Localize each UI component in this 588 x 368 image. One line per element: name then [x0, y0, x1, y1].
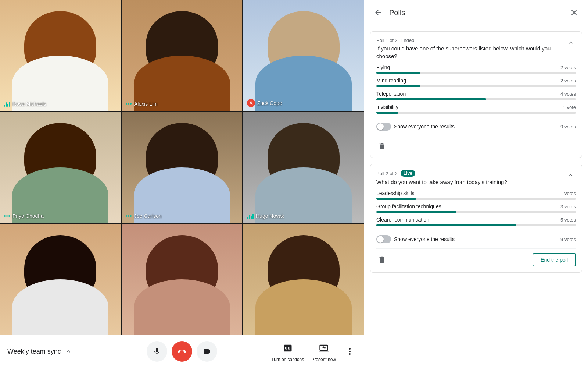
toggle-knob-1 [377, 123, 384, 130]
bar-track-teleportation [376, 98, 576, 100]
right-controls: Turn on captions Present now [271, 341, 356, 362]
participant-label-priya: Priya Chadha [4, 213, 44, 219]
video-grid: Rosa Michaels Alexis Lim [0, 0, 364, 335]
bar-track-flying [376, 72, 576, 74]
poll-1-meta: Poll 1 of 2 Ended [376, 38, 566, 43]
poll-option-communication: Clearer communication 5 votes [376, 217, 576, 226]
poll-option-mindreading: Mind reading 2 votes [376, 78, 576, 87]
close-polls-button[interactable] [567, 6, 581, 19]
video-cell-b3 [243, 224, 364, 335]
poll-2-show-results-row: Show everyone the results 9 votes [376, 231, 576, 243]
participant-name-rosa: Rosa Michaels [12, 101, 46, 107]
option-label-mindreading: Mind reading [376, 78, 406, 84]
chevron-up-icon[interactable] [65, 348, 72, 355]
poll-2-status: Live [401, 170, 415, 177]
captions-button[interactable]: Turn on captions [271, 341, 304, 362]
poll-2-footer: End the poll [376, 248, 576, 266]
option-label-flying: Flying [376, 64, 390, 70]
present-button[interactable]: Present now [311, 341, 336, 362]
bar-fill-leadership [376, 198, 416, 200]
present-label: Present now [311, 357, 336, 362]
participant-name-alexis: Alexis Lim [134, 101, 158, 107]
camera-button[interactable] [197, 341, 217, 362]
option-votes-invisibility: 1 vote [563, 105, 576, 110]
poll-1-collapse-button[interactable] [566, 38, 576, 49]
svg-point-9 [349, 348, 351, 350]
bar-track-facilitation [376, 211, 576, 213]
polls-panel: Polls Poll 1 of 2 Ended If you could hav… [364, 0, 588, 368]
poll-option-invisibility: Invisibility 1 vote [376, 104, 576, 114]
participant-label-hugo: Hugo Novak [247, 213, 284, 219]
participant-label-zack: Zack Cope [247, 99, 282, 107]
option-label-leadership: Leadership skills [376, 190, 415, 196]
video-cell-alexis: Alexis Lim [122, 0, 242, 111]
bar-fill-teleportation [376, 98, 486, 100]
participant-name-zack: Zack Cope [257, 100, 282, 106]
back-button[interactable] [372, 6, 385, 19]
mic-dots-icon-alexis [125, 100, 132, 107]
delete-poll-2-button[interactable] [376, 254, 387, 265]
poll-1-total-votes: 9 votes [560, 124, 576, 130]
video-cell-joe: Joe Carlson [122, 112, 242, 223]
polls-header: Polls [364, 0, 588, 25]
poll-1-show-results-row: Show everyone the results 9 votes [376, 119, 576, 131]
video-area: Rosa Michaels Alexis Lim [0, 0, 364, 368]
video-cell-b2 [122, 224, 242, 335]
option-votes-facilitation: 3 votes [560, 204, 576, 209]
participant-label-joe: Joe Carlson [125, 213, 162, 219]
svg-point-0 [126, 103, 127, 105]
mic-active-icon-rosa [4, 100, 10, 107]
poll-2-meta: Poll 2 of 2 Live [376, 170, 566, 177]
show-results-toggle-1[interactable] [376, 123, 391, 131]
bar-track-mindreading [376, 85, 576, 87]
more-options-button[interactable] [343, 345, 356, 358]
poll-2-question: What do you want to take away from today… [376, 178, 561, 186]
mic-dots-icon-joe [125, 213, 132, 219]
polls-content: Poll 1 of 2 Ended If you could have one … [364, 25, 588, 368]
participant-name-joe: Joe Carlson [134, 213, 162, 219]
bar-track-invisibility [376, 112, 576, 114]
option-label-communication: Clearer communication [376, 217, 429, 223]
captions-icon [280, 341, 295, 355]
svg-point-8 [130, 215, 132, 217]
option-votes-teleportation: 4 votes [560, 91, 576, 97]
poll-1-header: Poll 1 of 2 Ended If you could have one … [376, 38, 576, 60]
svg-point-1 [128, 103, 129, 105]
end-poll-button[interactable]: End the poll [533, 253, 576, 266]
bar-track-leadership [376, 198, 576, 200]
bottom-bar: Weekly team sync [0, 335, 364, 368]
meeting-title-area: Weekly team sync [7, 348, 72, 355]
poll-option-flying: Flying 2 votes [376, 64, 576, 74]
svg-point-4 [6, 215, 8, 217]
bar-fill-facilitation [376, 211, 456, 213]
svg-point-11 [349, 353, 351, 355]
show-results-label-1: Show everyone the results [376, 123, 455, 131]
bar-fill-mindreading [376, 85, 420, 87]
svg-point-3 [4, 215, 6, 217]
mic-active-icon-hugo [247, 213, 254, 219]
participant-label-alexis: Alexis Lim [125, 100, 158, 107]
poll-card-2: Poll 2 of 2 Live What do you want to tak… [370, 164, 582, 273]
captions-label: Turn on captions [271, 357, 304, 362]
bar-fill-flying [376, 72, 420, 74]
video-cell-zack: Zack Cope [243, 0, 364, 111]
option-label-invisibility: Invisibility [376, 104, 398, 110]
bar-track-communication [376, 224, 576, 226]
delete-poll-1-button[interactable] [376, 141, 387, 152]
svg-point-6 [126, 215, 127, 217]
poll-1-options: Flying 2 votes Mind reading 2 votes [376, 64, 576, 114]
participant-name-hugo: Hugo Novak [256, 213, 284, 219]
svg-point-10 [349, 351, 351, 352]
svg-point-7 [128, 215, 129, 217]
video-cell-rosa: Rosa Michaels [0, 0, 121, 111]
end-call-button[interactable] [172, 341, 192, 362]
option-votes-communication: 5 votes [560, 217, 576, 223]
poll-2-options: Leadership skills 1 votes Group facilita… [376, 190, 576, 226]
poll-2-collapse-button[interactable] [566, 170, 576, 181]
poll-1-status: Ended [401, 38, 415, 43]
show-results-label-2: Show everyone the results [376, 235, 455, 243]
poll-2-number: Poll 2 of 2 [376, 171, 398, 176]
video-cell-priya: Priya Chadha [0, 112, 121, 223]
show-results-toggle-2[interactable] [376, 235, 391, 243]
mic-button[interactable] [147, 341, 167, 362]
